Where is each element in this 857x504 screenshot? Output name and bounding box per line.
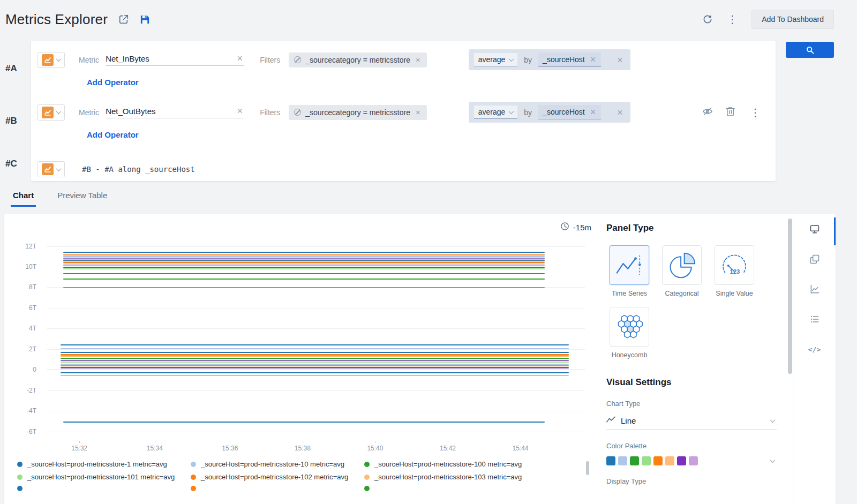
legend-label: _sourceHost=prod-metricsstore-100 metric… bbox=[374, 460, 522, 468]
more-options-icon[interactable]: ⋮ bbox=[725, 14, 740, 25]
clear-metric-icon[interactable]: × bbox=[236, 106, 244, 116]
x-tick-label: 15:34 bbox=[147, 445, 163, 452]
add-to-dashboard-button[interactable]: Add To Dashboard bbox=[751, 10, 834, 29]
legend-item[interactable] bbox=[191, 486, 364, 491]
aggregation-select[interactable]: average bbox=[474, 106, 518, 119]
palette-swatch bbox=[689, 456, 698, 465]
panel-type-categorical[interactable]: Categorical bbox=[659, 245, 705, 297]
plot-area[interactable] bbox=[47, 240, 585, 441]
metric-input[interactable] bbox=[106, 54, 236, 63]
aggregation-select[interactable]: average bbox=[474, 53, 518, 66]
save-icon[interactable] bbox=[140, 14, 150, 25]
series-line bbox=[63, 267, 545, 268]
series-line bbox=[63, 273, 545, 274]
filter-chip-text: _sourcecategory = metricsstore bbox=[305, 108, 410, 117]
visualization-type-button[interactable] bbox=[37, 104, 65, 121]
chart-section: -15m 12T10T8T6T4T2T0-2T-4T-6T 15:3215:34… bbox=[4, 214, 836, 504]
panel-type-honeycomb[interactable]: Honeycomb bbox=[606, 307, 652, 359]
visualization-type-button[interactable] bbox=[37, 52, 65, 68]
legend-item[interactable]: _sourceHost=prod-metricsstore-103 metric… bbox=[364, 473, 538, 481]
visualization-type-button[interactable] bbox=[37, 161, 65, 177]
group-by-chip[interactable]: _sourceHost × bbox=[538, 52, 601, 67]
chart-panel: -15m 12T10T8T6T4T2T0-2T-4T-6T 15:3215:34… bbox=[4, 214, 606, 504]
delete-query-icon[interactable] bbox=[726, 106, 735, 118]
row-actions: ⋮ bbox=[702, 106, 763, 118]
line-chart-icon bbox=[42, 163, 54, 175]
clear-metric-icon[interactable]: × bbox=[236, 54, 244, 63]
remove-filter-icon[interactable]: × bbox=[415, 108, 422, 116]
share-icon[interactable] bbox=[118, 14, 129, 25]
tab-chart[interactable]: Chart bbox=[13, 191, 34, 207]
series-line bbox=[63, 265, 545, 266]
legend-list-icon[interactable] bbox=[805, 310, 824, 329]
add-operator-link[interactable]: Add Operator bbox=[87, 78, 139, 87]
scrollbar-thumb[interactable] bbox=[788, 219, 792, 374]
active-rail-indicator bbox=[834, 217, 836, 245]
overlay-icon[interactable] bbox=[805, 250, 824, 269]
legend-item[interactable]: _sourceHost=prod-metricsstore-102 metric… bbox=[191, 473, 364, 481]
filter-chip[interactable]: _sourcecategory = metricsstore × bbox=[289, 52, 426, 67]
vertical-scrollbar[interactable] bbox=[787, 214, 793, 504]
hide-query-icon[interactable] bbox=[702, 107, 713, 118]
legend-item[interactable]: _sourceHost=prod-metricsstore-10 metric=… bbox=[191, 460, 364, 468]
remove-group-by-icon[interactable]: × bbox=[589, 107, 597, 117]
legend-item[interactable]: _sourceHost=prod-metricsstore-1 metric=a… bbox=[17, 460, 191, 468]
remove-aggregation-icon[interactable]: × bbox=[616, 55, 624, 65]
add-operator-link[interactable]: Add Operator bbox=[87, 130, 139, 139]
color-palette-select[interactable] bbox=[606, 456, 777, 465]
run-search-button[interactable] bbox=[786, 42, 834, 58]
legend-scrollbar[interactable] bbox=[586, 461, 589, 475]
x-tick-label: 15:40 bbox=[367, 445, 383, 452]
legend-item[interactable]: _sourceHost=prod-metricsstore-101 metric… bbox=[17, 473, 191, 481]
query-section: #A #B #C Metric × F bbox=[0, 41, 857, 181]
remove-filter-icon[interactable]: × bbox=[415, 56, 422, 64]
right-icon-rail: </> bbox=[793, 214, 836, 504]
circle-slash-icon bbox=[294, 109, 301, 116]
panel-type-time-series[interactable]: Time Series bbox=[606, 245, 652, 297]
series-line bbox=[61, 365, 569, 366]
legend-item[interactable]: _sourceHost=prod-metricsstore-100 metric… bbox=[364, 460, 538, 468]
metric-input-wrap: × bbox=[106, 106, 244, 118]
filters-label: Filters bbox=[260, 56, 280, 64]
legend-dot bbox=[191, 486, 196, 491]
metric-label: Metric bbox=[79, 56, 99, 64]
panel-type-single-value[interactable]: 123 Single Value bbox=[711, 245, 757, 297]
refresh-icon[interactable] bbox=[702, 14, 713, 25]
chart-axes-icon[interactable] bbox=[805, 280, 824, 299]
metric-input[interactable] bbox=[106, 107, 236, 116]
remove-aggregation-icon[interactable]: × bbox=[616, 108, 624, 117]
x-tick-label: 15:32 bbox=[71, 445, 87, 452]
top-bar: Metrics Explorer ⋮ Add To D bbox=[0, 0, 857, 39]
display-settings-icon[interactable] bbox=[805, 220, 824, 239]
categorical-icon bbox=[667, 251, 697, 280]
expression-text[interactable]: #B - #A along _sourceHost bbox=[82, 165, 195, 174]
series-line bbox=[63, 422, 545, 423]
code-icon[interactable]: </> bbox=[805, 340, 824, 359]
series-line bbox=[61, 348, 569, 349]
y-tick-label: 2T bbox=[29, 345, 36, 353]
group-by-chip[interactable]: _sourceHost × bbox=[538, 105, 601, 119]
series-line bbox=[61, 356, 569, 357]
honeycomb-icon bbox=[614, 313, 644, 341]
series-line bbox=[63, 258, 545, 259]
tab-preview-table[interactable]: Preview Table bbox=[57, 191, 107, 207]
y-tick-label: 0 bbox=[33, 366, 36, 373]
row-more-options-icon[interactable]: ⋮ bbox=[748, 107, 763, 118]
remove-group-by-icon[interactable]: × bbox=[589, 55, 597, 64]
query-row-label-a: #A bbox=[5, 63, 28, 74]
metric-input-wrap: × bbox=[106, 54, 244, 66]
chevron-down-icon bbox=[56, 56, 62, 62]
x-tick-label: 15:38 bbox=[295, 445, 311, 452]
legend-dot bbox=[17, 475, 22, 480]
time-range-label[interactable]: -15m bbox=[573, 223, 591, 232]
series-line bbox=[61, 352, 569, 353]
chart-type-select[interactable]: Line bbox=[606, 412, 777, 430]
x-tick-label: 15:36 bbox=[222, 445, 238, 452]
series-line bbox=[63, 260, 545, 261]
legend-item[interactable] bbox=[364, 486, 538, 491]
line-chart-icon bbox=[42, 54, 54, 66]
legend-item[interactable] bbox=[17, 486, 191, 491]
filter-chip[interactable]: _sourcecategory = metricsstore × bbox=[289, 105, 426, 120]
display-type-label: Display Type bbox=[606, 477, 777, 485]
query-row-label-c: #C bbox=[5, 159, 28, 169]
